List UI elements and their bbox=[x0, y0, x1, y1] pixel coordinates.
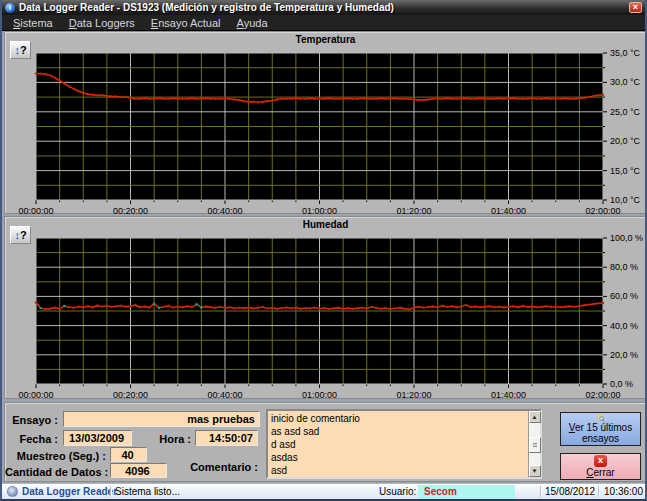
ensayo-label: Ensayo : bbox=[5, 414, 58, 426]
close-icon[interactable]: × bbox=[629, 2, 642, 13]
hora-label: Hora : bbox=[135, 433, 191, 445]
svg-text:00:00:00: 00:00:00 bbox=[18, 206, 53, 216]
note-magnifier-icon bbox=[589, 414, 613, 422]
svg-text:80,0 %: 80,0 % bbox=[610, 262, 638, 272]
ver-ensayos-label: Ver 15 últimos ensayos bbox=[562, 422, 639, 444]
status-gear-icon bbox=[7, 486, 18, 497]
scrollbar-thumb[interactable] bbox=[529, 437, 541, 453]
statusbar: Data Logger Reader Sistema listo... Usua… bbox=[2, 483, 645, 499]
svg-text:20,0 %: 20,0 % bbox=[610, 350, 638, 360]
svg-text:00:20:00: 00:20:00 bbox=[113, 206, 148, 216]
statusbar-app-name: Data Logger Reader bbox=[22, 486, 117, 497]
svg-text:25,0 °C: 25,0 °C bbox=[610, 107, 641, 117]
svg-text:00:40:00: 00:40:00 bbox=[207, 206, 242, 216]
cerrar-button[interactable]: x Cerrar bbox=[560, 453, 641, 480]
statusbar-status: Sistema listo... bbox=[115, 486, 180, 497]
humedad-chart-panel: Humedad ↕? 00:00:0000:20:0000:40:0001:00… bbox=[4, 216, 647, 399]
svg-text:60,0 %: 60,0 % bbox=[610, 291, 638, 301]
red-x-icon: x bbox=[594, 455, 607, 467]
menu-ayuda[interactable]: Ayuda bbox=[230, 16, 275, 30]
temperatura-chart-panel: Temperatura ↕? 00:00:0000:20:0000:40:000… bbox=[4, 31, 647, 214]
statusbar-date: 15/08/2012 bbox=[545, 486, 595, 497]
temperatura-plot: 00:00:0000:20:0000:40:0001:00:0001:20:00… bbox=[5, 32, 647, 215]
hora-field[interactable]: 14:50:07 bbox=[195, 430, 258, 446]
menu-data-loggers[interactable]: Data Loggers bbox=[62, 16, 142, 30]
menubar: Sistema Data Loggers Ensayo Actual Ayuda bbox=[2, 15, 645, 31]
svg-text:100,0 %: 100,0 % bbox=[610, 233, 643, 243]
menu-ensayo-actual[interactable]: Ensayo Actual bbox=[144, 16, 228, 30]
comment-scrollbar[interactable]: ▲ ▼ bbox=[528, 411, 540, 477]
svg-text:00:20:00: 00:20:00 bbox=[113, 390, 148, 400]
svg-text:00:40:00: 00:40:00 bbox=[207, 390, 242, 400]
svg-text:40,0 %: 40,0 % bbox=[610, 321, 638, 331]
svg-text:01:00:00: 01:00:00 bbox=[302, 390, 337, 400]
svg-text:02:00:00: 02:00:00 bbox=[585, 206, 620, 216]
svg-text:02:00:00: 02:00:00 bbox=[585, 390, 620, 400]
scroll-down-icon[interactable]: ▼ bbox=[529, 465, 541, 477]
svg-text:00:00:00: 00:00:00 bbox=[18, 390, 53, 400]
scrollbar-track[interactable] bbox=[529, 423, 541, 465]
cerrar-label: Cerrar bbox=[586, 467, 614, 478]
svg-text:01:00:00: 01:00:00 bbox=[302, 206, 337, 216]
cantidad-datos-field[interactable]: 4096 bbox=[110, 463, 167, 478]
usuario-label: Usuario: bbox=[379, 486, 416, 497]
svg-text:01:40:00: 01:40:00 bbox=[491, 390, 526, 400]
muestreo-label: Muestreo (Seg.) : bbox=[5, 450, 106, 462]
comentario-label: Comentario : bbox=[165, 461, 258, 473]
svg-text:35,0 °C: 35,0 °C bbox=[610, 48, 641, 58]
svg-text:10,0 °C: 10,0 °C bbox=[610, 195, 641, 205]
statusbar-time: 10:36:00 bbox=[601, 486, 643, 497]
svg-text:01:20:00: 01:20:00 bbox=[396, 206, 431, 216]
comentario-box: inicio de comentario as asd sad d asd as… bbox=[266, 409, 542, 479]
fecha-label: Fecha : bbox=[5, 433, 58, 445]
scroll-up-icon[interactable]: ▲ bbox=[529, 411, 541, 423]
statusbar-separator bbox=[598, 486, 599, 497]
ensayo-field[interactable]: mas pruebas bbox=[63, 411, 260, 427]
usuario-value: Secom bbox=[424, 486, 457, 497]
info-panel: Ensayo : mas pruebas Fecha : 13/03/2009 … bbox=[4, 402, 647, 482]
svg-text:01:20:00: 01:20:00 bbox=[396, 390, 431, 400]
svg-text:30,0 °C: 30,0 °C bbox=[610, 77, 641, 87]
muestreo-field[interactable]: 40 bbox=[110, 447, 147, 462]
statusbar-separator bbox=[540, 486, 541, 497]
cantidad-datos-label: Cantidad de Datos : bbox=[5, 466, 106, 478]
menu-sistema[interactable]: Sistema bbox=[6, 16, 60, 30]
statusbar-separator bbox=[110, 486, 111, 497]
titlebar: i Data Logger Reader - DS1923 (Medición … bbox=[2, 0, 645, 15]
usuario-value-box: Secom bbox=[418, 485, 515, 499]
comentario-textarea[interactable]: inicio de comentario as asd sad d asd as… bbox=[268, 411, 528, 477]
ver-ensayos-button[interactable]: Ver 15 últimos ensayos bbox=[560, 412, 641, 446]
svg-text:20,0 °C: 20,0 °C bbox=[610, 136, 641, 146]
svg-text:15,0 °C: 15,0 °C bbox=[610, 166, 641, 176]
fecha-field[interactable]: 13/03/2009 bbox=[63, 430, 132, 446]
window-title: Data Logger Reader - DS1923 (Medición y … bbox=[19, 2, 629, 13]
svg-text:01:40:00: 01:40:00 bbox=[491, 206, 526, 216]
humedad-plot: 00:00:0000:20:0000:40:0001:00:0001:20:00… bbox=[5, 217, 647, 400]
app-window: i Data Logger Reader - DS1923 (Medición … bbox=[0, 0, 647, 501]
app-icon: i bbox=[5, 3, 15, 13]
svg-text:0,0 %: 0,0 % bbox=[610, 379, 633, 389]
